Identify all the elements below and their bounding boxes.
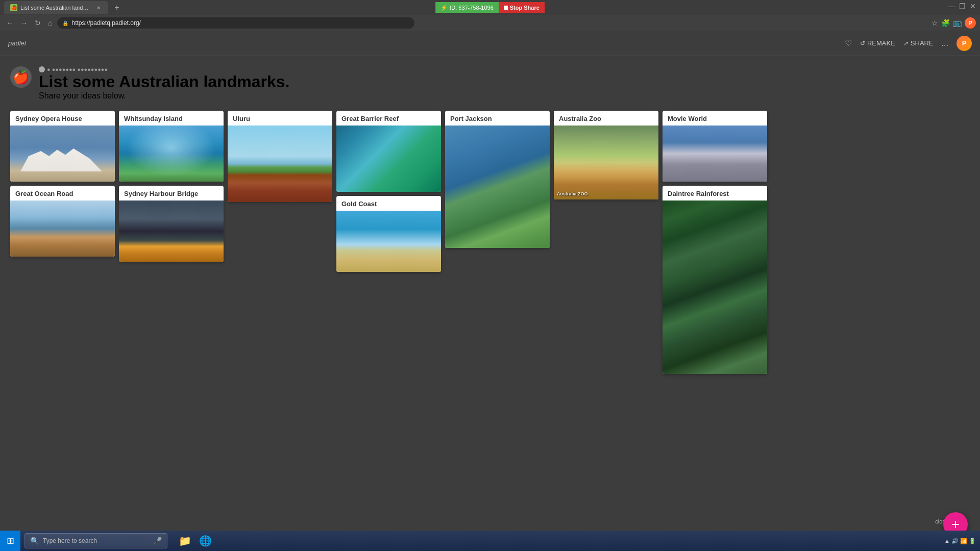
search-placeholder-text: Type here to search	[43, 537, 97, 544]
padlet-header-right: ♡ ↺ REMAKE ↗ SHARE ... P	[845, 36, 972, 51]
card-title: Daintree Rainforest	[663, 186, 767, 201]
share-id-display: ⚡ ID: 637-758-1096	[435, 2, 499, 13]
card-title: Whitsunday Island	[119, 111, 224, 126]
card-daintree[interactable]: Daintree Rainforest	[663, 186, 767, 374]
taskbar-search-box[interactable]: 🔍 Type here to search 🎤	[24, 533, 167, 548]
card-image-whitsunday	[119, 126, 224, 182]
cast-icon[interactable]: 📺	[953, 19, 962, 27]
user-info: ● ●●●●●●● ●●●●●●●●●	[39, 66, 289, 72]
padlet-brand-text: padlet	[8, 39, 26, 47]
restore-button[interactable]: ❐	[959, 2, 966, 10]
card-column-6: Movie World Daintree Rainforest	[663, 111, 767, 374]
card-column-3: Great Barrier Reef Gold Coast	[336, 111, 441, 272]
card-movie-world[interactable]: Movie World	[663, 111, 767, 182]
card-column-1: Whitsunday Island Sydney Harbour Bridge	[119, 111, 224, 262]
minimize-button[interactable]: —	[948, 2, 955, 10]
padlet-logo: 🍎	[10, 66, 32, 88]
card-great-ocean[interactable]: Great Ocean Road	[10, 186, 115, 257]
card-image-great-barrier	[336, 126, 441, 192]
heart-button[interactable]: ♡	[845, 38, 852, 48]
browser-avatar[interactable]: P	[965, 17, 976, 29]
card-title: Great Barrier Reef	[336, 111, 441, 126]
card-title: Uluru	[228, 111, 332, 126]
remake-button[interactable]: ↺ REMAKE	[860, 39, 895, 47]
user-dot-icon	[39, 66, 45, 72]
microphone-icon[interactable]: 🎤	[153, 537, 162, 545]
bolt-icon: ⚡	[440, 5, 448, 11]
user-avatar[interactable]: P	[957, 36, 972, 51]
taskbar-system-tray: ▲ 🔊 📶 🔋	[944, 538, 980, 544]
url-bar[interactable]: 🔒 https://padletq.padlet.org/	[57, 17, 414, 29]
share-icon: ↗	[903, 40, 909, 47]
card-uluru[interactable]: Uluru	[228, 111, 332, 202]
forward-button[interactable]: →	[18, 18, 30, 28]
card-image-daintree	[663, 201, 767, 374]
home-button[interactable]: ⌂	[46, 18, 54, 28]
card-image-australia-zoo	[554, 126, 658, 199]
card-image-movie-world	[663, 126, 767, 182]
card-great-barrier[interactable]: Great Barrier Reef	[336, 111, 441, 192]
browser-window: 🍎 List some Australian landmarks. ✕ + ⚡ …	[0, 0, 980, 551]
nav-bar: ← → ↻ ⌂ 🔒 https://padletq.padlet.org/ ☆ …	[0, 15, 980, 31]
share-bar: ⚡ ID: 637-758-1096 Stop Share	[435, 1, 545, 14]
card-title: Sydney Opera House	[10, 111, 115, 126]
card-image-gold-coast	[336, 211, 441, 272]
padlet-title: List some Australian landmarks.	[39, 72, 289, 91]
card-column-2: Uluru	[228, 111, 332, 202]
card-port-jackson[interactable]: Port Jackson	[445, 111, 550, 248]
card-sydney-opera[interactable]: Sydney Opera House	[10, 111, 115, 182]
stop-icon	[504, 6, 508, 10]
padlet-title-area: 🍎 ● ●●●●●●● ●●●●●●●●● List some Australi…	[10, 66, 970, 101]
card-title: Australia Zoo	[554, 111, 658, 126]
card-gold-coast[interactable]: Gold Coast	[336, 196, 441, 272]
active-tab[interactable]: 🍎 List some Australian landmarks. ✕	[4, 1, 108, 14]
padlet-header: padlet ♡ ↺ REMAKE ↗ SHARE ... P	[0, 31, 980, 56]
user-name-text: ● ●●●●●●● ●●●●●●●●●	[47, 66, 108, 72]
stop-share-button[interactable]: Stop Share	[499, 2, 545, 13]
card-title: Great Ocean Road	[10, 186, 115, 201]
card-whitsunday[interactable]: Whitsunday Island	[119, 111, 224, 182]
refresh-button[interactable]: ↻	[33, 18, 43, 28]
nav-right-icons: ☆ 🧩 📺 P	[932, 17, 976, 29]
window-controls: — ❐ ✕	[948, 2, 976, 10]
back-button[interactable]: ←	[4, 18, 15, 28]
share-button[interactable]: ↗ SHARE	[903, 39, 934, 47]
padlet-subtitle: Share your ideas below.	[39, 91, 289, 101]
taskbar: ⊞ 🔍 Type here to search 🎤 📁 🌐 ▲ 🔊 📶 🔋	[0, 531, 980, 551]
card-column-4: Port Jackson	[445, 111, 550, 248]
padlet-main: 🍎 ● ●●●●●●● ●●●●●●●●● List some Australi…	[0, 56, 980, 551]
tab-close-button[interactable]: ✕	[95, 4, 102, 11]
lock-icon: 🔒	[62, 20, 68, 26]
taskbar-pinned-apps: 📁 🌐	[172, 532, 218, 550]
cards-grid: Sydney Opera House Great Ocean Road Whit…	[10, 111, 970, 374]
card-title: Port Jackson	[445, 111, 550, 126]
card-column-0: Sydney Opera House Great Ocean Road	[10, 111, 115, 257]
taskbar-app-explorer[interactable]: 📁	[176, 532, 194, 550]
card-title: Gold Coast	[336, 196, 441, 211]
tab-favicon: 🍎	[10, 4, 17, 11]
padlet-title-text: ● ●●●●●●● ●●●●●●●●● List some Australian…	[39, 66, 289, 101]
new-tab-button[interactable]: +	[110, 1, 124, 14]
browser-chrome: 🍎 List some Australian landmarks. ✕ + ⚡ …	[0, 0, 980, 31]
card-sydney-bridge[interactable]: Sydney Harbour Bridge	[119, 186, 224, 262]
bookmark-star-icon[interactable]: ☆	[932, 19, 938, 27]
card-title: Movie World	[663, 111, 767, 126]
extensions-icon[interactable]: 🧩	[941, 19, 950, 27]
card-image-sydney-bridge	[119, 201, 224, 262]
share-label: SHARE	[911, 39, 934, 47]
tab-title: List some Australian landmarks.	[20, 5, 92, 11]
card-image-sydney-opera	[10, 126, 115, 182]
card-image-port-jackson	[445, 126, 550, 248]
card-image-great-ocean	[10, 201, 115, 257]
tab-bar: 🍎 List some Australian landmarks. ✕ + ⚡ …	[0, 0, 980, 15]
url-text: https://padletq.padlet.org/	[71, 19, 140, 27]
more-options-button[interactable]: ...	[942, 39, 948, 48]
taskbar-time: ▲ 🔊 📶 🔋	[944, 538, 976, 544]
taskbar-app-edge[interactable]: 🌐	[196, 532, 214, 550]
stop-share-label: Stop Share	[510, 5, 540, 11]
close-window-button[interactable]: ✕	[970, 2, 976, 10]
start-button[interactable]: ⊞	[0, 531, 20, 551]
search-icon: 🔍	[30, 537, 39, 545]
card-australia-zoo[interactable]: Australia Zoo	[554, 111, 658, 199]
card-column-5: Australia Zoo	[554, 111, 658, 199]
